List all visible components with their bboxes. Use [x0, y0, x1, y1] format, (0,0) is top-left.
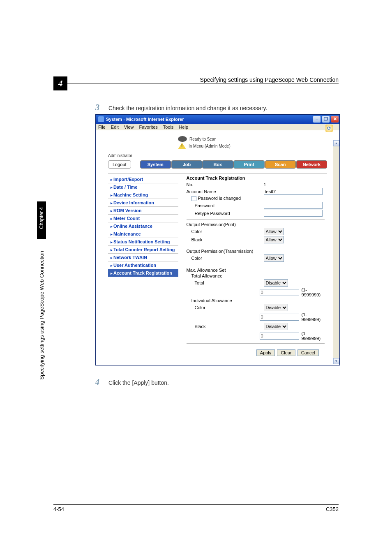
cancel-button[interactable]: Cancel	[297, 349, 319, 356]
step-4: 4 Click the [Apply] button.	[95, 377, 169, 387]
close-button[interactable]: ✕	[331, 116, 339, 123]
panel-title: Account Track Registration	[187, 176, 325, 180]
indiv-black-num-input[interactable]	[260, 333, 299, 340]
sidebar-item-device-info[interactable]: Device Information	[108, 199, 178, 207]
step-3-num: 3	[95, 103, 99, 112]
sidebar-item-machine-setting[interactable]: Machine Setting	[108, 191, 178, 199]
scroll-down-icon[interactable]: ▾	[333, 358, 339, 364]
sidebar-item-account-track-reg[interactable]: Account Track Registration	[108, 269, 178, 277]
account-name-label: Account Name	[187, 189, 264, 194]
apply-button[interactable]: Apply	[256, 349, 275, 356]
indiv-black-select[interactable]: Disable	[264, 323, 288, 330]
password-input[interactable]	[264, 202, 323, 209]
sidebar-item-rom-version[interactable]: ROM Version	[108, 207, 178, 215]
step-3: 3 Check the registration information and…	[95, 103, 267, 112]
max-allowance-title: Max. Allowance Set	[187, 268, 226, 273]
chapter-number: 4	[53, 76, 67, 90]
indiv-black-label: Black	[187, 324, 264, 329]
sidebar-item-status-notification[interactable]: Status Notification Setting	[108, 238, 178, 246]
logout-button[interactable]: Logout	[108, 160, 131, 169]
titlebar: System - Microsoft Internet Explorer – ❐…	[96, 115, 339, 124]
step-3-text: Check the registration information and c…	[108, 105, 267, 111]
individual-allowance-label: Individual Allowance	[187, 298, 264, 303]
admin-label: Administrator	[108, 153, 327, 158]
indiv-color-select[interactable]: Disable	[264, 304, 288, 311]
indiv-color-label: Color	[187, 305, 264, 310]
warning-icon	[178, 143, 186, 149]
op-print-black-select[interactable]: Allow	[264, 236, 284, 243]
clear-button[interactable]: Clear	[277, 349, 295, 356]
tab-job[interactable]: Job	[171, 160, 202, 169]
browser-content: Ready to Scan In Menu (Admin Mode) Admin…	[96, 132, 339, 365]
printer-icon	[178, 136, 187, 142]
indiv-color-range: (1-9999999)	[302, 312, 325, 322]
total-range: (1-9999999)	[302, 287, 325, 297]
footer-model: C352	[326, 506, 339, 512]
status-mode: In Menu (Admin Mode)	[189, 144, 231, 148]
account-name-input[interactable]	[264, 188, 323, 195]
op-print-color-select[interactable]: Allow	[264, 228, 284, 235]
window-title: System - Microsoft Internet Explorer	[106, 117, 184, 122]
menu-tools[interactable]: Tools	[163, 125, 174, 130]
step-4-num: 4	[95, 377, 99, 386]
sidebar-item-total-counter-report[interactable]: Total Counter Report Setting	[108, 246, 178, 254]
password-changed-checkbox[interactable]	[191, 196, 196, 201]
menubar: ⟳ File Edit View Favorites Tools Help	[96, 124, 339, 130]
step-4-text: Click the [Apply] button.	[108, 379, 169, 386]
menu-help[interactable]: Help	[179, 125, 188, 130]
ie-throbber-icon: ⟳	[325, 125, 333, 132]
footer-page-num: 4-54	[53, 506, 64, 512]
menu-edit[interactable]: Edit	[111, 125, 119, 130]
no-label: No.	[187, 182, 264, 187]
no-value: 1	[264, 182, 266, 187]
page-header-title: Specifying settings using PageScope Web …	[200, 76, 339, 83]
ie-window: System - Microsoft Internet Explorer – ❐…	[95, 114, 340, 365]
form-panel: Account Track Registration No.1 Account …	[178, 176, 327, 363]
retype-password-input[interactable]	[264, 210, 323, 217]
scroll-up-icon[interactable]: ▴	[333, 140, 339, 146]
sidebar-item-online-assistance[interactable]: Online Assistance	[108, 222, 178, 230]
op-print-title: Output Permission(Print)	[187, 222, 236, 227]
total-select[interactable]: Disable	[264, 279, 288, 287]
op-trans-color-label: Color	[187, 256, 264, 261]
password-label: Password	[187, 203, 264, 208]
tab-print[interactable]: Print	[233, 160, 264, 169]
sidebar-item-user-auth[interactable]: User Authentication	[108, 261, 178, 269]
maximize-button[interactable]: ❐	[322, 116, 330, 123]
tab-box[interactable]: Box	[202, 160, 233, 169]
total-num-input[interactable]	[260, 289, 299, 296]
header-rule	[53, 83, 339, 83]
op-trans-color-select[interactable]: Allow	[264, 254, 284, 262]
indiv-color-num-input[interactable]	[260, 314, 299, 321]
menu-view[interactable]: View	[124, 125, 134, 130]
sidebar-item-network-twain[interactable]: Network TWAIN	[108, 254, 178, 261]
sidebar-item-maintenance[interactable]: Maintenance	[108, 230, 178, 238]
op-trans-title: Output Permission(Transmission)	[187, 249, 254, 254]
chapter-tab: Chapter 4	[37, 201, 46, 239]
total-label: Total	[187, 280, 264, 285]
vertical-scrollbar[interactable]: ▴ ▾	[333, 140, 339, 364]
tab-system[interactable]: System	[140, 160, 171, 169]
status-ready: Ready to Scan	[189, 137, 217, 141]
sidebar-item-date-time[interactable]: Date / Time	[108, 183, 178, 191]
op-print-color-label: Color	[187, 229, 264, 234]
password-changed-label: Password is changed	[198, 196, 241, 201]
total-allowance-label: Total Allowance	[187, 273, 264, 278]
retype-password-label: Retype Password	[187, 211, 264, 216]
sidebar-item-meter-count[interactable]: Meter Count	[108, 215, 178, 222]
menu-file[interactable]: File	[98, 125, 106, 130]
menu-favorites[interactable]: Favorites	[139, 125, 158, 130]
vertical-section-label: Specifying settings using PageScope Web …	[39, 251, 45, 379]
tab-scan[interactable]: Scan	[265, 160, 296, 169]
indiv-black-range: (1-9999999)	[302, 331, 325, 341]
op-print-black-label: Black	[187, 237, 264, 242]
sidebar-item-import-export[interactable]: Import/Export	[108, 176, 178, 183]
footer-rule	[53, 504, 339, 505]
tab-network[interactable]: Network	[296, 160, 327, 169]
sidebar: Import/Export Date / Time Machine Settin…	[108, 176, 178, 363]
minimize-button[interactable]: –	[313, 116, 321, 123]
ie-icon	[98, 116, 104, 122]
